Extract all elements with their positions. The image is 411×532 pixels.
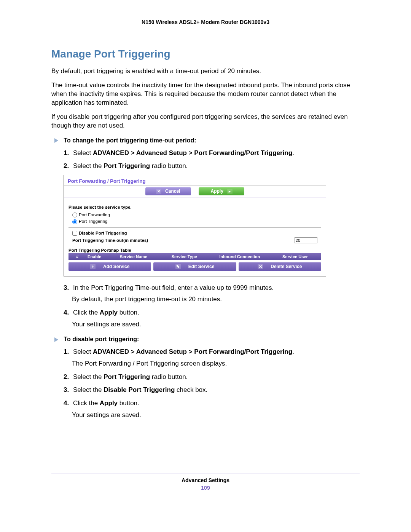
timeout-label: Port Triggering Time-out(in minutes) [72, 238, 148, 243]
chevron-right-icon [54, 337, 58, 342]
step-b1: 1. Select ADVANCED > Advanced Setup > Po… [64, 347, 360, 368]
port-triggering-radio[interactable] [72, 219, 77, 224]
port-triggering-panel: Port Forwarding / Port Triggering ✕Cance… [64, 175, 326, 276]
step-num: 4. [64, 309, 69, 316]
portmap-table-label: Port Triggering Portmap Table [64, 244, 326, 253]
step-num: 2. [64, 373, 69, 380]
step-a2: 2. Select the Port Triggering radio butt… [64, 161, 360, 171]
radio-port-triggering[interactable]: Port Triggering [64, 218, 326, 225]
step-num: 3. [64, 284, 69, 291]
service-type-label: Please select the service type. [64, 198, 326, 212]
procedure-b-title-text: To disable port triggering: [64, 336, 139, 342]
procedure-b-title: To disable port triggering: [54, 336, 360, 343]
port-forwarding-radio[interactable] [72, 212, 77, 217]
disable-port-triggering-checkbox-row[interactable]: Disable Port Triggering [72, 231, 127, 236]
step-a3-sub: By default, the port triggering time-out… [72, 295, 360, 304]
step-num: 4. [64, 399, 69, 407]
radio-port-forwarding[interactable]: Port Forwarding [64, 212, 326, 218]
intro-p1: By default, port triggering is enabled w… [51, 67, 360, 76]
step-num: 2. [64, 162, 69, 169]
disable-port-triggering-label: Disable Port Triggering [79, 231, 127, 235]
disable-port-triggering-checkbox[interactable] [72, 231, 77, 236]
step-num: 1. [64, 149, 69, 157]
step-num: 1. [64, 348, 69, 355]
close-icon: ✕ [156, 189, 161, 194]
divider [68, 227, 321, 228]
chevron-right-icon [54, 138, 58, 143]
footer-section-label: Advanced Settings [51, 477, 360, 483]
step-b3: 3. Select the Disable Port Triggering ch… [64, 385, 360, 395]
plus-icon: + [90, 264, 96, 269]
intro-p3: If you disable port triggering after you… [51, 113, 360, 130]
step-b2: 2. Select the Port Triggering radio butt… [64, 372, 360, 382]
intro-p2: The time-out value controls the inactivi… [51, 81, 360, 107]
cancel-button[interactable]: ✕Cancel [145, 187, 191, 195]
chevron-right-icon: ▸ [227, 189, 233, 194]
step-b4: 4. Click the Apply button. Your settings… [64, 399, 360, 420]
step-a1: 1. Select ADVANCED > Advanced Setup > Po… [64, 149, 360, 158]
timeout-input[interactable] [295, 237, 317, 243]
portmap-table-header: # Enable Service Name Service Type Inbou… [68, 253, 321, 260]
edit-service-button[interactable]: ✎ Edit Service [153, 262, 236, 271]
pencil-icon: ✎ [175, 264, 181, 269]
footer-page-number: 109 [51, 485, 360, 491]
procedure-a-title-text: To change the port triggering time-out p… [64, 137, 196, 144]
add-service-button[interactable]: + Add Service [68, 262, 151, 271]
apply-button[interactable]: Apply▸ [199, 187, 244, 195]
panel-title: Port Forwarding / Port Triggering [64, 175, 326, 185]
step-a4-sub: Your settings are saved. [72, 320, 360, 329]
step-num: 3. [64, 386, 69, 393]
footer-rule [51, 473, 360, 473]
doc-header: N150 Wireless ADSL2+ Modem Router DGN100… [51, 19, 360, 25]
close-icon: ✕ [258, 264, 263, 269]
page-heading: Manage Port Triggering [51, 48, 360, 60]
step-b4-sub: Your settings are saved. [72, 411, 360, 420]
step-a4: 4. Click the Apply button. Your settings… [64, 308, 360, 329]
panel-button-bar: ✕Cancel Apply▸ [64, 185, 326, 198]
step-a3: 3. In the Port Triggering Time-out field… [64, 283, 360, 304]
procedure-a-title: To change the port triggering time-out p… [54, 137, 360, 144]
step-b1-sub: The Port Forwarding / Port Triggering sc… [72, 359, 360, 369]
delete-service-button[interactable]: ✕ Delete Service [239, 262, 321, 271]
